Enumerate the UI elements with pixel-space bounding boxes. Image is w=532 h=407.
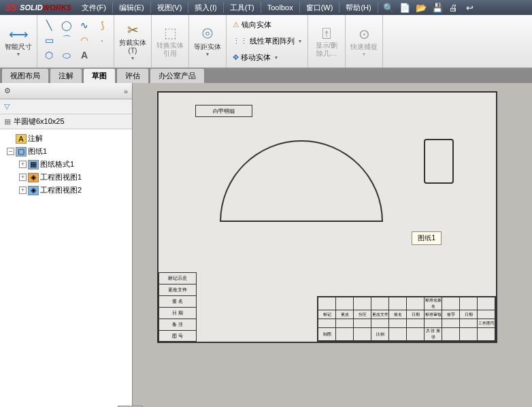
slot-tool-icon[interactable]: ⬭ <box>59 48 74 63</box>
arc-tool-icon[interactable]: ⟆ <box>95 18 110 33</box>
panel-header: ⚙ » <box>0 83 132 99</box>
rev-table-cell: 更改文件 <box>159 284 197 295</box>
smart-dimension-button[interactable]: ⟷ 智能尺寸 ▾ <box>4 18 33 64</box>
pattern-button[interactable]: ⋮⋮线性草图阵列▾ <box>231 34 303 49</box>
quick-access-toolbar: 🔍📄📂💾🖨↩ <box>382 1 476 14</box>
tree-expander[interactable]: + <box>19 161 27 168</box>
mirror-button[interactable]: ⚠镜向实体 <box>231 18 303 33</box>
title-block-cell <box>442 328 460 341</box>
move-icon: ✥ <box>233 53 239 62</box>
title-block-cell: 签字 <box>442 310 460 319</box>
tree-node-label: 图纸格式1 <box>40 159 74 169</box>
text-tool-icon[interactable]: A <box>77 48 92 63</box>
title-block-cell <box>460 297 478 310</box>
title-block-cell <box>478 310 495 319</box>
tree-node-注解[interactable]: A注解 <box>0 132 132 145</box>
drawing-view-rect[interactable] <box>424 139 454 184</box>
title-block-cell: 日期 <box>407 310 425 319</box>
tree-node-icon: ▢ <box>16 147 27 157</box>
rev-table-cell: 日 期 <box>159 307 197 319</box>
title-block-cell: 比例 <box>371 328 389 341</box>
tab-办公室产品[interactable]: 办公室产品 <box>150 68 205 83</box>
spline-tool-icon[interactable]: ∿ <box>77 18 92 33</box>
title-block-cell: 签名 <box>389 310 407 319</box>
panel-config-icon[interactable]: ⚙ <box>4 86 11 95</box>
title-block-cell <box>389 328 407 341</box>
ellipse-tool-icon[interactable]: ◠ <box>77 33 92 48</box>
menu-工具[interactable]: 工具(T) <box>225 0 259 15</box>
tree-node-图纸格式1[interactable]: +▦图纸格式1 <box>0 158 132 171</box>
title-block-cell <box>478 328 495 341</box>
feature-manager-panel: ⚙ » ▽ ▦ 半圆键6x10x25 A注解–▢图纸1+▦图纸格式1+◈工程图视… <box>0 83 133 407</box>
ribbon-toolbar: ⟷ 智能尺寸 ▾ ╲◯∿⟆ ▭⌒◠· ⬡⬭A ✂ 剪裁实体(T) ▾ ⬚ 转换实… <box>0 15 532 68</box>
title-block-cell <box>336 328 354 341</box>
title-block-cell <box>371 297 389 310</box>
dimension-icon: ⟷ <box>9 25 29 43</box>
title-block-cell: 标准审核 <box>425 310 442 319</box>
qat-button-1[interactable]: 📄 <box>399 1 411 14</box>
menu-窗口[interactable]: 窗口(W) <box>301 0 338 15</box>
rev-table-cell: 签 名 <box>159 295 197 307</box>
menu-视图[interactable]: 视图(V) <box>152 0 187 15</box>
title-block-cell <box>389 297 407 310</box>
part-icon: ▦ <box>4 117 11 126</box>
tree-node-icon: ◈ <box>28 186 39 195</box>
title-block-cell <box>371 319 389 328</box>
filter-bar[interactable]: ▽ <box>0 99 132 114</box>
pattern-icon: ⋮⋮ <box>233 37 248 46</box>
arc2-tool-icon[interactable]: ⌒ <box>59 33 74 48</box>
rev-table-cell: 标记示意 <box>159 272 197 284</box>
menu-bar: 3S SOLIDWORKS 文件(F)编辑(E)视图(V)插入(I)工具(T)T… <box>0 0 532 15</box>
show-delete-icon: ⍐ <box>322 24 331 42</box>
menu-帮助[interactable]: 帮助(H) <box>341 0 376 15</box>
title-block-cell: 工件图号 <box>478 319 495 328</box>
title-block-cell <box>336 319 354 328</box>
title-block-cell <box>442 319 460 328</box>
point-tool-icon[interactable]: · <box>95 33 110 48</box>
title-block-cell <box>354 328 371 341</box>
move-button[interactable]: ✥移动实体▾ <box>231 50 303 65</box>
title-block-cell: 更改 <box>336 310 354 319</box>
line-tool-icon[interactable]: ╲ <box>41 18 56 33</box>
quick-snap-button: ⊙ 快速捕捉 ▾ <box>350 18 378 64</box>
tree-expander[interactable]: + <box>19 174 27 181</box>
tree-expander[interactable]: + <box>19 186 27 194</box>
drawing-view-arc[interactable] <box>220 140 383 222</box>
rev-table-cell: 图 号 <box>159 330 197 342</box>
title-block-cell <box>318 319 336 328</box>
title-block-cell <box>407 319 425 328</box>
rev-table-cell: 备 注 <box>159 319 197 330</box>
drawing-canvas[interactable]: 白甲明细 图纸1 标记示意更改文件签 名日 期备 注图 号 标准化签名标记更改分… <box>133 83 532 407</box>
panel-collapse-icon[interactable]: » <box>124 87 128 95</box>
tab-草图[interactable]: 草图 <box>83 68 116 83</box>
rect-tool-icon[interactable]: ▭ <box>41 33 56 48</box>
qat-button-5[interactable]: ↩ <box>464 1 476 14</box>
part-name-row[interactable]: ▦ 半圆键6x10x25 <box>0 114 132 129</box>
tree-node-工程图视图2[interactable]: +◈工程图视图2 <box>0 184 132 197</box>
title-block-cell <box>389 319 407 328</box>
qat-button-3[interactable]: 💾 <box>431 1 444 14</box>
title-block-cell <box>425 319 442 328</box>
tree-node-label: 图纸1 <box>28 146 47 157</box>
menu-编辑[interactable]: 编辑(E) <box>114 0 149 15</box>
tab-视图布局[interactable]: 视图布局 <box>1 68 49 83</box>
tree-node-图纸1[interactable]: –▢图纸1 <box>0 145 132 158</box>
offset-button[interactable]: ⦾ 等距实体 ▾ <box>193 18 222 64</box>
qat-button-4[interactable]: 🖨 <box>448 1 460 14</box>
title-block-cell <box>354 319 371 328</box>
tab-注解[interactable]: 注解 <box>50 68 82 83</box>
tree-node-工程图视图1[interactable]: +◈工程图视图1 <box>0 171 132 184</box>
circle-tool-icon[interactable]: ◯ <box>59 18 74 33</box>
menu-插入[interactable]: 插入(I) <box>190 0 221 15</box>
convert-icon: ⬚ <box>164 24 177 42</box>
polygon-tool-icon[interactable]: ⬡ <box>41 48 56 63</box>
tree-node-label: 工程图视图2 <box>40 185 82 195</box>
menu-文件[interactable]: 文件(F) <box>77 0 111 15</box>
qat-button-2[interactable]: 📂 <box>415 1 427 14</box>
convert-button: ⬚ 转换实体引用 <box>156 18 184 64</box>
tree-expander[interactable]: – <box>7 148 14 155</box>
trim-button[interactable]: ✂ 剪裁实体(T) ▾ <box>118 18 147 64</box>
qat-button-0[interactable]: 🔍 <box>382 1 395 14</box>
menu-toolbox[interactable]: Toolbox <box>263 0 298 15</box>
tab-评估[interactable]: 评估 <box>116 68 149 83</box>
